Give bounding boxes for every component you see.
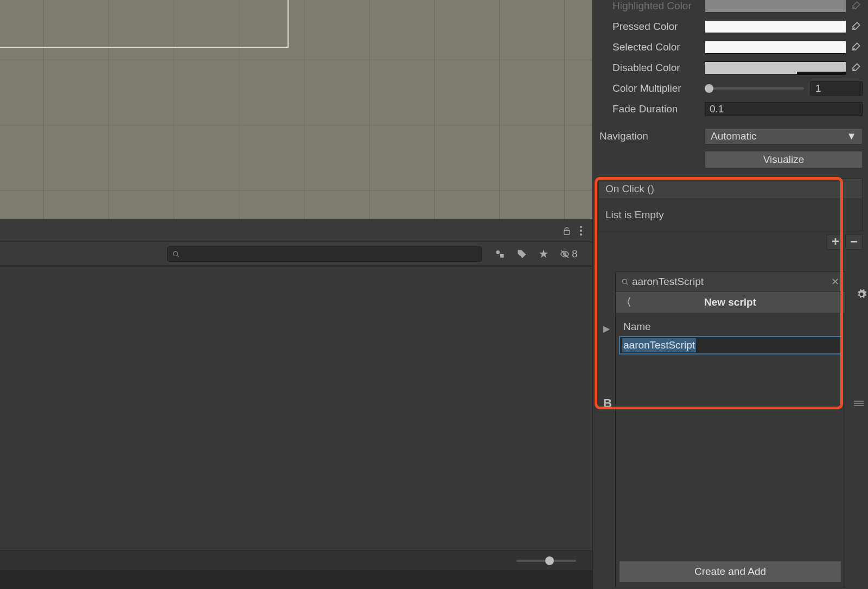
popup-search-row: ✕ xyxy=(616,272,845,292)
onclick-plus-minus: + − xyxy=(598,231,863,253)
stray-letter: B xyxy=(603,396,612,410)
fade-duration-label: Fade Duration xyxy=(612,103,705,115)
popup-title-bar: 〈 New script xyxy=(616,292,845,313)
navigation-dropdown[interactable]: Automatic ▼ xyxy=(705,128,863,144)
clear-search-icon[interactable]: ✕ xyxy=(831,276,839,288)
svg-line-5 xyxy=(177,255,178,257)
drag-handle-icon[interactable] xyxy=(854,400,864,407)
hidden-count[interactable]: 8 xyxy=(556,248,581,260)
hidden-count-value: 8 xyxy=(572,248,578,260)
selected-color-swatch[interactable] xyxy=(705,41,846,54)
scene-view[interactable] xyxy=(0,0,592,219)
panel-toolbar: 8 xyxy=(0,242,592,266)
pressed-color-swatch[interactable] xyxy=(705,20,846,33)
onclick-header: On Click () xyxy=(599,179,862,199)
color-multiplier-slider[interactable] xyxy=(705,87,804,90)
color-multiplier-row: Color Multiplier 1 xyxy=(593,78,868,99)
add-event-button[interactable]: + xyxy=(827,235,844,250)
eyedropper-icon[interactable] xyxy=(851,21,863,33)
favorite-icon[interactable] xyxy=(534,246,553,262)
panel-top-bar xyxy=(0,219,592,242)
svg-point-1 xyxy=(580,226,582,228)
fade-duration-value[interactable]: 0.1 xyxy=(705,102,863,116)
visualize-button[interactable]: Visualize xyxy=(705,151,863,168)
script-name-label: Name xyxy=(616,319,845,336)
fade-duration-row: Fade Duration 0.1 xyxy=(593,99,868,119)
popup-search-input[interactable] xyxy=(632,276,828,288)
slider-thumb[interactable] xyxy=(705,84,713,93)
popup-title-text: New script xyxy=(704,296,756,308)
disabled-color-label: Disabled Color xyxy=(612,62,705,74)
chevron-down-icon: ▼ xyxy=(846,130,857,142)
onclick-empty-text: List is Empty xyxy=(599,199,862,231)
disabled-color-swatch[interactable] xyxy=(705,61,846,74)
color-multiplier-value[interactable]: 1 xyxy=(810,81,863,96)
project-search-input[interactable] xyxy=(167,246,482,262)
svg-point-6 xyxy=(496,250,500,254)
selected-color-label: Selected Color xyxy=(612,41,705,53)
remove-event-button[interactable]: − xyxy=(845,235,863,250)
eyedropper-icon[interactable] xyxy=(851,0,863,12)
onclick-section: On Click () List is Empty xyxy=(598,178,863,231)
highlighted-color-label: Highlighted Color xyxy=(612,0,705,12)
slider-thumb[interactable] xyxy=(545,556,554,565)
back-icon[interactable]: 〈 xyxy=(621,295,631,309)
selected-color-row: Selected Color xyxy=(593,37,868,58)
gear-icon[interactable] xyxy=(856,289,867,300)
bottom-status-bar xyxy=(0,550,592,570)
search-icon xyxy=(172,250,180,258)
script-name-input[interactable]: aaronTestScript xyxy=(619,336,841,354)
svg-rect-0 xyxy=(564,230,570,235)
popup-body: Name aaronTestScript Create and Add xyxy=(616,313,845,582)
script-name-value: aaronTestScript xyxy=(622,338,696,352)
svg-line-14 xyxy=(626,283,628,284)
eyedropper-icon[interactable] xyxy=(851,41,863,53)
highlighted-color-swatch[interactable] xyxy=(705,0,846,12)
disabled-color-row: Disabled Color xyxy=(593,58,868,78)
pressed-color-row: Pressed Color xyxy=(593,16,868,37)
kebab-icon[interactable] xyxy=(579,225,583,236)
thumbnail-size-slider[interactable] xyxy=(516,560,576,562)
eyedropper-icon[interactable] xyxy=(851,62,863,74)
project-content-area[interactable] xyxy=(0,266,592,570)
pressed-color-label: Pressed Color xyxy=(612,21,705,33)
filter-by-label-icon[interactable] xyxy=(512,246,532,262)
navigation-label: Navigation xyxy=(599,130,705,142)
svg-point-2 xyxy=(580,230,582,232)
svg-rect-7 xyxy=(500,254,504,258)
create-and-add-button[interactable]: Create and Add xyxy=(619,561,841,582)
lock-icon[interactable] xyxy=(562,226,572,236)
foldout-arrow-icon[interactable]: ▶ xyxy=(603,324,610,334)
svg-point-3 xyxy=(580,233,582,236)
color-multiplier-label: Color Multiplier xyxy=(612,83,705,94)
navigation-value: Automatic xyxy=(711,130,756,142)
search-icon xyxy=(621,278,629,286)
pressed-color-row: Highlighted Color xyxy=(593,0,868,16)
svg-point-13 xyxy=(622,279,627,283)
project-panel: 8 xyxy=(0,219,592,589)
selection-outline xyxy=(0,0,289,48)
filter-by-type-icon[interactable] xyxy=(490,246,510,262)
add-component-popup: ✕ 〈 New script Name aaronTestScript Crea… xyxy=(615,271,845,587)
svg-point-4 xyxy=(173,251,177,256)
eye-off-icon xyxy=(559,249,571,259)
navigation-row: Navigation Automatic ▼ xyxy=(593,125,868,148)
